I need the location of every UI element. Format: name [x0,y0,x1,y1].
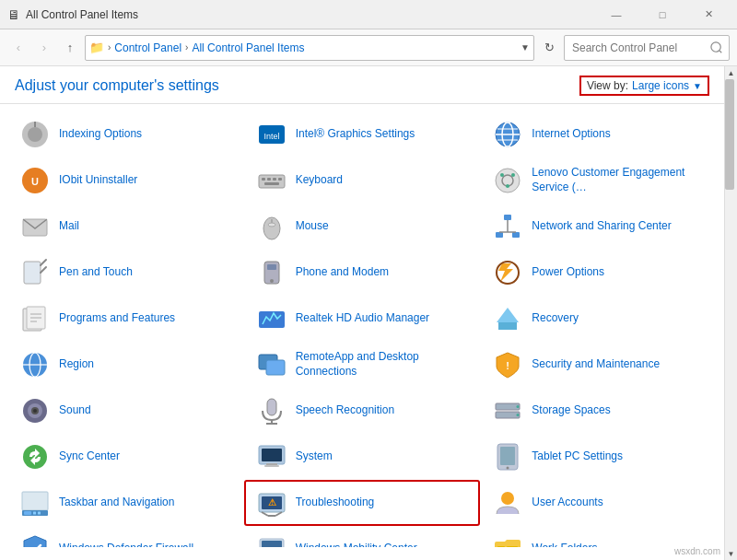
grid-item-realtek-audio[interactable]: Realtek HD Audio Manager [244,296,481,342]
internet-options-icon [491,118,524,151]
items-grid: Indexing OptionsIntelIntel® Graphics Set… [0,104,724,547]
svg-text:⚠: ⚠ [267,497,275,508]
grid-item-phone-modem[interactable]: Phone and Modem [244,250,481,296]
grid-item-network-sharing[interactable]: Network and Sharing Center [480,204,717,250]
security-maintenance-icon: ! [491,348,524,381]
scroll-up-arrow[interactable]: ▲ [725,66,738,79]
security-maintenance-label: Security and Maintenance [532,357,660,372]
grid-item-troubleshooting[interactable]: ⚠Troubleshooting [244,480,481,526]
grid-item-internet-options[interactable]: Internet Options [480,111,717,158]
grid-item-windows-defender[interactable]: Windows Defender Firewall [7,526,244,547]
grid-item-remoteapp[interactable]: RemoteApp and Desktop Connections [244,342,481,388]
realtek-audio-icon [255,302,288,335]
mouse-label: Mouse [296,219,329,234]
svg-point-71 [507,467,509,470]
lenovo-customer-icon [491,164,524,197]
lenovo-customer-label: Lenovo Customer Engagement Service (… [532,166,706,194]
user-accounts-icon [491,486,524,519]
grid-item-indexing-options[interactable]: Indexing Options [7,111,244,158]
svg-rect-27 [504,215,511,220]
sound-label: Sound [59,403,91,418]
title-controls: — □ ✕ [595,0,730,29]
watermark: wsxdn.com [674,546,720,556]
back-button[interactable]: ‹ [7,37,29,59]
grid-item-taskbar-navigation[interactable]: Taskbar and Navigation [7,480,244,526]
svg-rect-85 [262,541,282,547]
grid-item-recovery[interactable]: Recovery [480,296,717,342]
svg-rect-15 [273,178,276,181]
svg-point-18 [496,169,520,192]
maximize-button[interactable]: □ [641,0,684,29]
svg-point-83 [501,492,514,505]
svg-rect-76 [38,512,41,515]
path-dropdown-arrow[interactable]: ▼ [521,42,530,52]
sync-center-icon [18,440,52,473]
title-bar-left: 🖥 All Control Panel Items [7,7,138,22]
user-accounts-label: User Accounts [532,496,602,510]
grid-item-power-options[interactable]: Power Options [480,250,717,296]
power-options-icon [491,256,524,289]
search-input[interactable] [564,35,730,61]
svg-rect-29 [512,232,520,238]
svg-rect-72 [22,492,48,510]
svg-rect-13 [262,178,265,181]
svg-point-37 [270,279,274,283]
realtek-audio-label: Realtek HD Audio Manager [296,311,429,326]
svg-rect-88 [507,546,518,547]
grid-item-intel-graphics[interactable]: IntelIntel® Graphics Settings [244,111,481,158]
remoteapp-icon [255,348,288,381]
grid-item-keyboard[interactable]: Keyboard [244,158,481,204]
troubleshooting-label: Troubleshooting [296,496,375,510]
grid-item-sound[interactable]: Sound [7,388,244,434]
page-title: Adjust your computer's settings [15,77,219,94]
svg-line-79 [262,512,268,516]
windows-defender-label: Windows Defender Firewall [59,542,193,547]
grid-item-speech-recognition[interactable]: Speech Recognition [244,388,481,434]
grid-item-mail[interactable]: Mail [7,204,244,250]
close-button[interactable]: ✕ [687,0,730,29]
scrollbar: ▲ ▼ [724,66,737,560]
svg-point-20 [500,173,504,177]
grid-item-system[interactable]: System [244,434,481,480]
refresh-button[interactable]: ↻ [538,37,560,59]
tablet-pc-icon [491,440,524,473]
svg-text:Intel: Intel [263,132,279,141]
grid-item-lenovo-customer[interactable]: Lenovo Customer Engagement Service (… [480,158,717,204]
system-label: System [296,449,333,464]
svg-rect-60 [496,403,520,410]
grid-item-user-accounts[interactable]: User Accounts [480,480,717,526]
mouse-icon [255,210,288,243]
grid-item-work-folders[interactable]: Work Folders [480,526,717,547]
troubleshooting-icon: ⚠ [255,486,288,519]
minimize-button[interactable]: — [595,0,638,29]
svg-line-34 [41,260,46,265]
grid-item-pen-touch[interactable]: Pen and Touch [7,250,244,296]
power-options-label: Power Options [532,265,604,280]
scroll-thumb[interactable] [725,79,734,190]
system-icon [255,440,288,473]
forward-button[interactable]: › [33,37,55,59]
scroll-track[interactable] [725,79,737,547]
svg-point-62 [517,405,520,408]
phone-modem-label: Phone and Modem [296,265,389,280]
mail-label: Mail [59,219,79,234]
svg-rect-87 [497,546,505,547]
grid-item-windows-mobility[interactable]: Windows Mobility Center [244,526,481,547]
grid-item-region[interactable]: Region [7,342,244,388]
grid-item-sync-center[interactable]: Sync Center [7,434,244,480]
grid-item-storage-spaces[interactable]: Storage Spaces [480,388,717,434]
grid-item-security-maintenance[interactable]: !Security and Maintenance [480,342,717,388]
view-by-selector[interactable]: View by: Large icons ▼ [579,76,709,96]
programs-features-icon [18,302,52,335]
path-control-panel[interactable]: Control Panel [114,41,181,54]
path-all-items[interactable]: All Control Panel Items [192,41,304,54]
scroll-down-arrow[interactable]: ▼ [725,547,738,560]
grid-item-iobit-uninstaller[interactable]: UIObit Uninstaller [7,158,244,204]
up-button[interactable]: ↑ [59,37,81,59]
network-sharing-label: Network and Sharing Center [532,219,671,234]
grid-item-mouse[interactable]: Mouse [244,204,481,250]
windows-defender-icon [18,532,52,547]
svg-rect-61 [496,412,520,418]
grid-item-programs-features[interactable]: Programs and Features [7,296,244,342]
grid-item-tablet-pc[interactable]: Tablet PC Settings [480,434,717,480]
